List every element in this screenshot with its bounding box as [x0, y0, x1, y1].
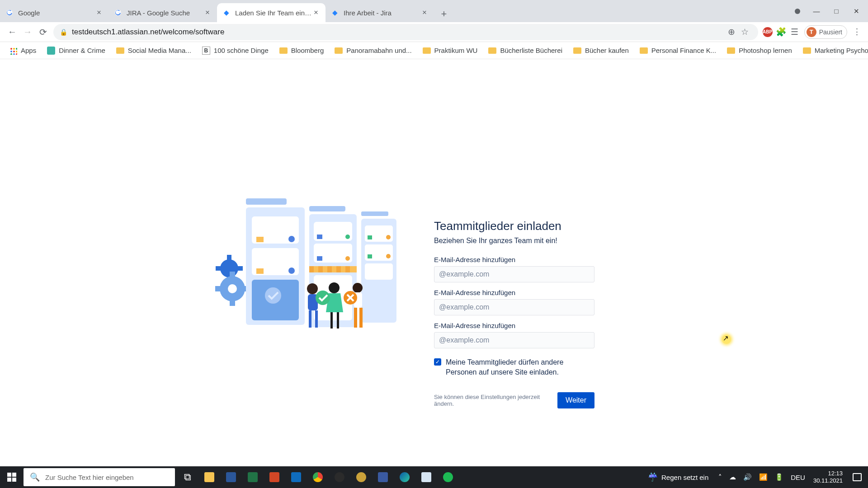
star-icon[interactable]: ☆: [738, 25, 752, 39]
excel-icon[interactable]: [242, 466, 264, 488]
google-favicon: [5, 9, 14, 17]
close-window-button[interactable]: ✕: [846, 4, 866, 19]
bookmark-label: Dinner & Crime: [59, 47, 105, 54]
bookmarks-bar: Apps Dinner & Crime Social Media Mana...…: [0, 42, 868, 59]
bookmark-item[interactable]: Photoshop lernen: [722, 43, 797, 58]
volume-icon[interactable]: 🔊: [741, 473, 754, 481]
svg-rect-52: [330, 312, 333, 328]
tab-jira-search[interactable]: JIRA - Google Suche ×: [108, 3, 217, 22]
battery-icon[interactable]: 🔋: [773, 473, 785, 481]
close-icon[interactable]: ×: [420, 8, 429, 17]
minimize-button[interactable]: —: [807, 4, 826, 19]
svg-rect-46: [365, 263, 393, 280]
clock[interactable]: 12:13 30.11.2021: [811, 470, 845, 484]
tab-jira-invite[interactable]: ◆ Laden Sie Ihr Team ein – Jira ×: [217, 3, 326, 22]
bookmark-item[interactable]: Personal Finance K...: [635, 43, 721, 58]
reading-list-icon[interactable]: ☰: [788, 25, 802, 39]
tab-jira-work[interactable]: ◆ Ihre Arbeit - Jira ×: [326, 3, 434, 22]
allow-invite-row[interactable]: ✓ Meine Teammitglieder dürfen andere Per…: [434, 357, 594, 378]
svg-rect-57: [354, 308, 357, 328]
chrome-menu-icon[interactable]: ⋮: [850, 25, 863, 39]
tab-title: Laden Sie Ihr Team ein – Jira: [235, 9, 312, 17]
search-in-page-icon[interactable]: ⊕: [725, 25, 738, 39]
svg-point-20: [288, 267, 295, 274]
tray-chevron-icon[interactable]: ˄: [717, 473, 724, 481]
wifi-icon[interactable]: 📶: [757, 473, 769, 481]
svg-rect-49: [309, 310, 311, 328]
mail-icon[interactable]: [285, 466, 307, 488]
chrome-icon[interactable]: [307, 466, 329, 488]
bookmark-item[interactable]: Social Media Mana...: [112, 43, 196, 58]
omnibox[interactable]: 🔒 testdeutsch1.atlassian.net/welcome/sof…: [53, 24, 758, 40]
maximize-button[interactable]: □: [826, 4, 846, 19]
svg-point-27: [345, 235, 350, 239]
taskbar-search[interactable]: 🔍 Zur Suche Text hier eingeben: [24, 468, 175, 486]
apps-icon: [9, 47, 17, 55]
checkbox-checked-icon[interactable]: ✓: [434, 358, 441, 366]
action-center-icon[interactable]: [853, 473, 862, 481]
language-indicator[interactable]: DEU: [789, 474, 807, 481]
app-icon[interactable]: [372, 466, 394, 488]
cast-icon[interactable]: [795, 9, 800, 14]
email-input-3[interactable]: [434, 332, 594, 348]
bookmark-item[interactable]: Dinner & Crime: [42, 43, 110, 58]
svg-rect-16: [256, 237, 264, 242]
app-icon[interactable]: [350, 466, 372, 488]
bookmark-item[interactable]: Panoramabahn und...: [330, 43, 416, 58]
bookmark-item[interactable]: B100 schöne Dinge: [198, 43, 273, 58]
svg-rect-36: [345, 266, 350, 272]
tab-google[interactable]: Google ×: [0, 3, 108, 22]
close-icon[interactable]: ×: [312, 8, 320, 17]
profile-label: Pausiert: [819, 28, 842, 36]
edge-icon[interactable]: [394, 466, 415, 488]
email-input-1[interactable]: [434, 266, 594, 282]
bookmark-item[interactable]: Bücher kaufen: [569, 43, 633, 58]
jira-favicon: ◆: [222, 9, 231, 17]
task-view-button[interactable]: ⧉: [177, 466, 198, 488]
back-button[interactable]: ←: [5, 24, 20, 40]
abp-icon[interactable]: ABP: [763, 27, 773, 37]
tabs: Google × JIRA - Google Suche × ◆ Laden S…: [0, 0, 795, 22]
bookmark-item[interactable]: Marketing Psycholo...: [798, 43, 868, 58]
form-footer: Sie können diese Einstellungen jederzeit…: [434, 392, 594, 408]
bookmark-item[interactable]: Bloomberg: [275, 43, 329, 58]
folder-icon: [573, 47, 581, 54]
svg-point-30: [345, 256, 350, 261]
tab-title: JIRA - Google Suche: [127, 9, 203, 17]
spotify-icon[interactable]: [437, 466, 459, 488]
bookmark-item[interactable]: Praktikum WU: [418, 43, 482, 58]
forward-button[interactable]: →: [20, 24, 35, 40]
word-icon[interactable]: [220, 466, 242, 488]
close-icon[interactable]: ×: [95, 8, 103, 17]
reload-button[interactable]: ⟳: [35, 24, 51, 40]
notepad-icon[interactable]: [415, 466, 437, 488]
weather-widget[interactable]: ☔ Regen setzt ein: [643, 472, 713, 482]
apps-shortcut[interactable]: Apps: [5, 43, 41, 58]
new-tab-button[interactable]: +: [436, 6, 452, 22]
browser-tab-strip: Google × JIRA - Google Suche × ◆ Laden S…: [0, 0, 868, 22]
bookmark-label: Marketing Psycholo...: [815, 47, 868, 54]
svg-point-55: [353, 283, 363, 293]
svg-rect-39: [361, 211, 388, 216]
svg-rect-41: [368, 235, 372, 239]
explorer-icon[interactable]: [198, 466, 220, 488]
powerpoint-icon[interactable]: [264, 466, 285, 488]
profile-chip[interactable]: T Pausiert: [804, 25, 847, 39]
start-button[interactable]: [0, 466, 24, 488]
folder-icon: [640, 47, 648, 54]
onedrive-icon[interactable]: ☁: [727, 473, 738, 481]
svg-rect-24: [309, 206, 345, 211]
email-input-2[interactable]: [434, 299, 594, 315]
close-icon[interactable]: ×: [203, 8, 212, 17]
extensions-icon[interactable]: 🧩: [774, 25, 788, 39]
bookmark-item[interactable]: Bücherliste Bücherei: [484, 43, 567, 58]
folder-icon: [488, 47, 496, 54]
continue-button[interactable]: Weiter: [557, 392, 594, 408]
system-tray: ☔ Regen setzt ein ˄ ☁ 🔊 📶 🔋 DEU 12:13 30…: [643, 466, 868, 488]
svg-rect-11: [215, 286, 222, 291]
lock-icon: 🔒: [60, 28, 67, 36]
svg-rect-14: [246, 198, 287, 205]
bookmark-label: Bücherliste Bücherei: [500, 47, 562, 54]
obs-icon[interactable]: [329, 466, 350, 488]
email-label-1: E-Mail-Adresse hinzufügen: [434, 256, 594, 263]
